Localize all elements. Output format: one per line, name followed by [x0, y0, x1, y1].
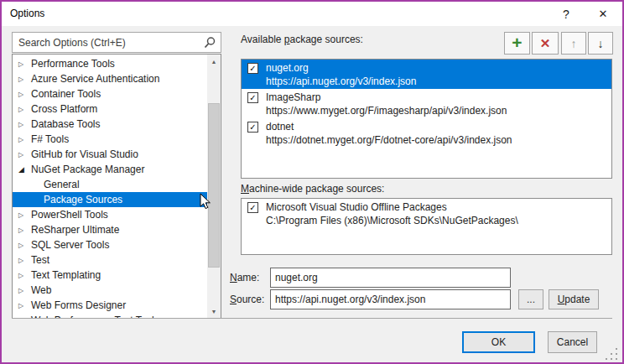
search-input[interactable] — [13, 33, 221, 52]
close-button[interactable]: ✕ — [584, 2, 622, 26]
tree-item-label: GitHub for Visual Studio — [31, 148, 138, 160]
tree-item-fsharp-tools[interactable]: ▷F# Tools — [13, 132, 207, 147]
ellipsis-icon: ... — [527, 294, 535, 305]
scrollbar-thumb[interactable] — [208, 103, 220, 268]
remove-source-button[interactable]: ✕ — [532, 32, 559, 55]
source-name: Microsoft Visual Studio Offline Packages — [266, 200, 518, 214]
label-mnemonic: N — [230, 272, 237, 283]
update-button[interactable]: Update — [549, 289, 599, 309]
source-text: nuget.org https://api.nuget.org/v3/index… — [266, 61, 416, 88]
source-item-imagesharp[interactable]: ✓ ImageSharp https://www.myget.org/F/ima… — [242, 89, 611, 118]
tree-item-web[interactable]: ▷Web — [13, 283, 207, 298]
chevron-right-icon: ▷ — [17, 242, 31, 249]
resize-grip[interactable] — [606, 348, 607, 350]
tree-item-nuget-package-manager[interactable]: ◢NuGet Package Manager — [13, 162, 207, 177]
source-text: Microsoft Visual Studio Offline Packages… — [266, 200, 518, 227]
chevron-right-icon: ▷ — [17, 287, 31, 294]
source-url: https://www.myget.org/F/imagesharp/api/v… — [266, 104, 507, 117]
chevron-right-icon: ▷ — [17, 106, 31, 113]
label-text: ackage sources: — [290, 34, 363, 45]
label-mnemonic: S — [230, 294, 237, 305]
options-dialog: Options ? ✕ ▷Performance Tools ▷Azure Se… — [0, 0, 624, 364]
source-item-vs-offline-packages[interactable]: ✓ Microsoft Visual Studio Offline Packag… — [242, 199, 611, 228]
available-sources-label: Available package sources: — [241, 34, 363, 45]
checkbox-checked[interactable]: ✓ — [247, 202, 258, 213]
tree-scrollbar[interactable]: ▲ ▼ — [207, 55, 221, 318]
chevron-right-icon: ▷ — [17, 60, 31, 68]
search-box — [12, 32, 221, 53]
checkbox-checked[interactable]: ✓ — [247, 63, 258, 74]
close-icon: ✕ — [599, 8, 608, 20]
label-text: pdate — [564, 294, 590, 305]
source-text: dotnet https://dotnet.myget.org/F/dotnet… — [266, 120, 512, 147]
tree-item-web-forms-designer[interactable]: ▷Web Forms Designer — [13, 298, 207, 313]
source-item-dotnet[interactable]: ✓ dotnet https://dotnet.myget.org/F/dotn… — [242, 118, 611, 148]
tree-item-label: Web — [31, 284, 51, 296]
tree-item-label: Package Sources — [44, 194, 122, 205]
chevron-right-icon: ▷ — [17, 257, 31, 264]
source-item-nuget-org[interactable]: ✓ nuget.org https://api.nuget.org/v3/ind… — [242, 60, 611, 89]
move-down-button[interactable]: ↓ — [588, 32, 613, 55]
tree-item-label: Azure Service Authentication — [31, 73, 159, 85]
tree-item-database-tools[interactable]: ▷Database Tools — [13, 117, 207, 132]
tree-item-label: SQL Server Tools — [31, 239, 109, 251]
source-input[interactable] — [271, 290, 510, 309]
arrow-up-icon: ↑ — [571, 37, 577, 50]
name-field-box — [270, 268, 511, 288]
ok-label: OK — [491, 336, 506, 348]
machine-sources-label: Machine-wide package sources: — [241, 183, 384, 195]
tree-item-label: Text Templating — [31, 269, 101, 281]
label-text: Available — [241, 34, 284, 45]
ok-button[interactable]: OK — [462, 331, 535, 353]
search-icon[interactable] — [203, 36, 216, 49]
add-source-button[interactable]: + — [504, 32, 530, 55]
tree-item-label: Database Tools — [31, 118, 101, 130]
scroll-down-icon[interactable]: ▼ — [207, 304, 221, 318]
source-name: ImageSharp — [266, 91, 507, 104]
machine-sources-list: ✓ Microsoft Visual Studio Offline Packag… — [241, 198, 612, 255]
tree-item-label: Performance Tools — [31, 58, 115, 70]
tree-item-resharper-ultimate[interactable]: ▷ReSharper Ultimate — [13, 222, 207, 237]
label-mnemonic: U — [558, 294, 565, 305]
scroll-up-icon[interactable]: ▲ — [207, 55, 221, 68]
tree-item-package-sources[interactable]: Package Sources — [13, 192, 207, 207]
available-sources-list: ✓ nuget.org https://api.nuget.org/v3/ind… — [241, 59, 612, 179]
source-name: nuget.org — [266, 61, 416, 75]
chevron-right-icon: ▷ — [17, 121, 31, 128]
tree-item-label: PowerShell Tools — [31, 209, 108, 221]
move-up-button[interactable]: ↑ — [561, 32, 586, 55]
label-text: achine-wide package sources: — [249, 183, 384, 195]
tree-item-test[interactable]: ▷Test — [13, 252, 207, 268]
tree-item-cross-platform[interactable]: ▷Cross Platform — [13, 101, 207, 117]
tree-item-powershell-tools[interactable]: ▷PowerShell Tools — [13, 207, 207, 222]
checkbox-checked[interactable]: ✓ — [247, 122, 258, 133]
source-label: Source: — [230, 294, 264, 305]
x-icon: ✕ — [540, 36, 551, 51]
tree-item-azure-service-authentication[interactable]: ▷Azure Service Authentication — [13, 71, 207, 86]
label-mnemonic: M — [241, 183, 249, 195]
tree-item-sql-server-tools[interactable]: ▷SQL Server Tools — [13, 237, 207, 252]
plus-icon: + — [512, 34, 522, 51]
chevron-right-icon: ▷ — [17, 226, 31, 234]
tree-item-github-for-visual-studio[interactable]: ▷GitHub for Visual Studio — [13, 147, 207, 162]
chevron-right-icon: ▷ — [17, 136, 31, 143]
source-url: https://api.nuget.org/v3/index.json — [266, 75, 416, 88]
name-input[interactable] — [271, 268, 510, 287]
cancel-button[interactable]: Cancel — [548, 331, 597, 353]
chevron-right-icon: ▷ — [17, 75, 31, 83]
browse-button[interactable]: ... — [518, 289, 543, 309]
help-button[interactable]: ? — [549, 2, 584, 26]
source-url: C:\Program Files (x86)\Microsoft SDKs\Nu… — [266, 214, 518, 227]
arrow-down-icon: ↓ — [598, 37, 604, 50]
chevron-expanded-icon: ◢ — [17, 165, 31, 174]
tree-rows: ▷Performance Tools ▷Azure Service Authen… — [13, 56, 207, 319]
tree-item-performance-tools[interactable]: ▷Performance Tools — [13, 56, 207, 71]
tree-item-text-templating[interactable]: ▷Text Templating — [13, 268, 207, 283]
tree-item-label: Test — [31, 254, 49, 266]
tree-item-label: Container Tools — [31, 88, 101, 100]
tree-item-container-tools[interactable]: ▷Container Tools — [13, 86, 207, 101]
label-text: ame: — [237, 272, 260, 283]
tree-item-general[interactable]: General — [13, 177, 207, 192]
dialog-title: Options — [10, 8, 44, 19]
checkbox-checked[interactable]: ✓ — [247, 92, 258, 103]
